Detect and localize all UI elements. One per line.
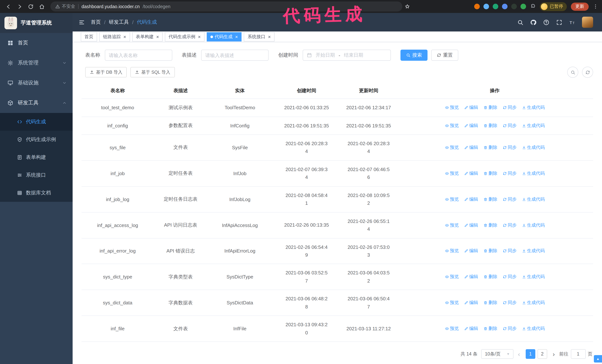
delete-link[interactable]: 删除: [483, 170, 497, 177]
tab-system-api[interactable]: 系统接口×: [244, 32, 275, 41]
close-icon[interactable]: ×: [268, 34, 271, 39]
hamburger-icon[interactable]: [78, 19, 85, 25]
extension-icon[interactable]: [520, 4, 526, 9]
search-icon[interactable]: [517, 19, 524, 25]
preview-link[interactable]: 预览: [445, 104, 459, 111]
reload-icon[interactable]: [26, 2, 36, 11]
fontsize-icon[interactable]: TT: [569, 19, 575, 25]
edit-link[interactable]: 编辑: [464, 274, 478, 280]
goto-page-input[interactable]: [571, 349, 586, 359]
generate-code-link[interactable]: 生成代码: [522, 104, 545, 111]
fullscreen-icon[interactable]: [556, 19, 562, 25]
preview-link[interactable]: 预览: [445, 325, 459, 332]
sync-link[interactable]: 同步: [503, 170, 516, 177]
search-button[interactable]: 搜索: [400, 50, 428, 61]
home-icon[interactable]: [37, 2, 47, 11]
preview-link[interactable]: 预览: [445, 300, 459, 306]
question-icon[interactable]: [543, 19, 549, 25]
edit-link[interactable]: 编辑: [464, 325, 478, 332]
breadcrumb-item[interactable]: 首页: [91, 19, 101, 26]
delete-link[interactable]: 删除: [483, 196, 497, 202]
avatar[interactable]: [582, 17, 593, 28]
delete-link[interactable]: 删除: [483, 145, 497, 151]
sync-link[interactable]: 同步: [503, 248, 516, 254]
delete-link[interactable]: 删除: [483, 222, 497, 228]
bookmark-star-icon[interactable]: [405, 4, 410, 9]
puzzle-icon[interactable]: [530, 4, 536, 9]
reset-button[interactable]: 重置: [431, 50, 458, 61]
extension-icon[interactable]: [493, 4, 498, 9]
delete-link[interactable]: 删除: [483, 123, 497, 129]
preview-link[interactable]: 预览: [445, 248, 459, 254]
prev-page-button[interactable]: ‹: [517, 351, 521, 357]
extension-icon[interactable]: [474, 4, 480, 9]
forward-icon[interactable]: [15, 2, 24, 11]
close-icon[interactable]: ×: [123, 34, 126, 39]
generate-code-link[interactable]: 生成代码: [522, 196, 545, 202]
table-desc-input[interactable]: [201, 50, 269, 61]
edit-link[interactable]: 编辑: [464, 123, 478, 129]
sync-link[interactable]: 同步: [503, 222, 516, 228]
delete-link[interactable]: 删除: [483, 104, 497, 111]
edit-link[interactable]: 编辑: [464, 300, 478, 306]
date-range-picker[interactable]: 开始日期 - 结束日期: [303, 50, 391, 61]
sidebar-item-codegen[interactable]: 代码生成: [0, 113, 73, 131]
preview-link[interactable]: 预览: [445, 222, 459, 228]
preview-link[interactable]: 预览: [445, 274, 459, 280]
github-icon[interactable]: [530, 19, 537, 25]
tab-home[interactable]: 首页: [81, 32, 97, 41]
preview-link[interactable]: 预览: [445, 170, 459, 177]
import-db-button[interactable]: 基于 DB 导入: [85, 67, 127, 77]
browser-profile-button[interactable]: 已暂停: [540, 2, 567, 11]
delete-link[interactable]: 删除: [483, 325, 497, 332]
generate-code-link[interactable]: 生成代码: [522, 325, 545, 332]
next-page-button[interactable]: ›: [552, 351, 556, 357]
close-icon[interactable]: ×: [156, 34, 159, 39]
sync-link[interactable]: 同步: [503, 196, 516, 202]
sidebar-item-system[interactable]: 系统管理: [0, 53, 73, 73]
browser-update-button[interactable]: 更新: [571, 2, 589, 10]
edit-link[interactable]: 编辑: [464, 196, 478, 202]
sync-link[interactable]: 同步: [503, 123, 516, 129]
extension-icon[interactable]: [511, 4, 517, 9]
generate-code-link[interactable]: 生成代码: [522, 170, 545, 177]
sync-link[interactable]: 同步: [503, 325, 516, 332]
table-name-input[interactable]: [105, 50, 172, 61]
sidebar-item-system-api[interactable]: 系统接口: [0, 166, 73, 184]
sidebar-item-home[interactable]: 首页: [0, 33, 73, 53]
tab-form-build[interactable]: 表单构建×: [132, 32, 163, 41]
sidebar-item-infra[interactable]: 基础设施: [0, 73, 73, 93]
edit-link[interactable]: 编辑: [464, 104, 478, 111]
sync-link[interactable]: 同步: [503, 104, 516, 111]
back-to-top-button[interactable]: ▲: [594, 355, 602, 363]
sidebar-item-codegen-example[interactable]: 代码生成示例: [0, 131, 73, 148]
page-size-select[interactable]: 10条/页 ▼: [481, 349, 514, 359]
preview-link[interactable]: 预览: [445, 196, 459, 202]
sidebar-item-form-build[interactable]: 表单构建: [0, 148, 73, 166]
delete-link[interactable]: 删除: [483, 274, 497, 280]
sync-link[interactable]: 同步: [503, 145, 516, 151]
tab-tracer[interactable]: 链路追踪×: [99, 32, 130, 41]
kebab-menu-icon[interactable]: [593, 4, 598, 9]
generate-code-link[interactable]: 生成代码: [522, 248, 545, 254]
refresh-table-button[interactable]: [582, 67, 593, 78]
extension-icon[interactable]: [502, 4, 507, 9]
generate-code-link[interactable]: 生成代码: [522, 123, 545, 129]
edit-link[interactable]: 编辑: [464, 170, 478, 177]
breadcrumb-item[interactable]: 研发工具: [109, 19, 129, 26]
import-sql-button[interactable]: 基于 SQL 导入: [130, 67, 175, 77]
sync-link[interactable]: 同步: [503, 274, 516, 280]
close-icon[interactable]: ×: [198, 34, 201, 39]
extension-icon[interactable]: [484, 4, 489, 9]
toggle-search-button[interactable]: [567, 67, 578, 78]
edit-link[interactable]: 编辑: [464, 248, 478, 254]
back-icon[interactable]: [4, 2, 13, 11]
edit-link[interactable]: 编辑: [464, 222, 478, 228]
page-button-1[interactable]: 1: [526, 349, 535, 359]
generate-code-link[interactable]: 生成代码: [522, 274, 545, 280]
generate-code-link[interactable]: 生成代码: [522, 300, 545, 306]
preview-link[interactable]: 预览: [445, 145, 459, 151]
preview-link[interactable]: 预览: [445, 123, 459, 129]
close-icon[interactable]: ×: [235, 34, 238, 39]
delete-link[interactable]: 删除: [483, 248, 497, 254]
